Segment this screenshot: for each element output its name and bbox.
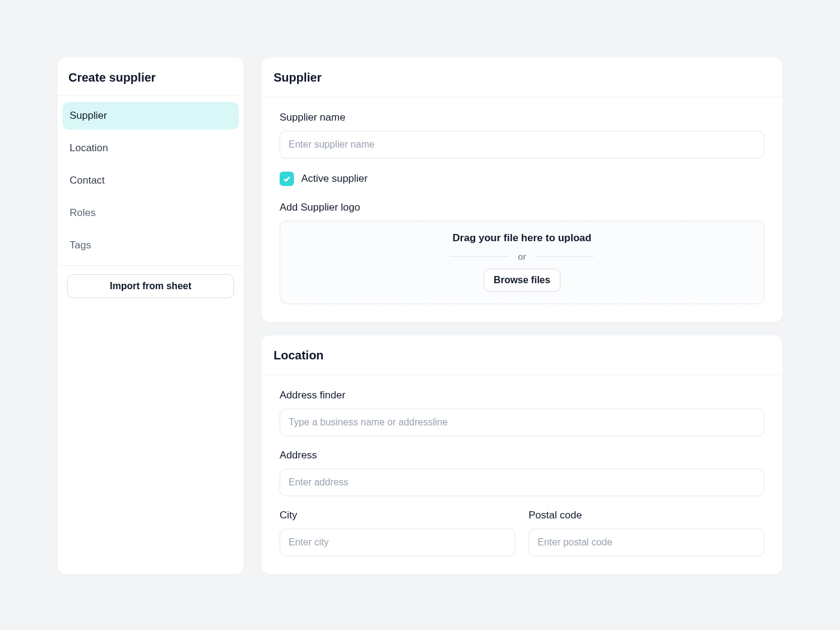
dropzone-or-text: or — [450, 251, 594, 262]
sidebar-item-supplier[interactable]: Supplier — [62, 102, 239, 130]
main-column: Supplier Supplier name Active supplier A… — [262, 58, 782, 574]
city-input[interactable] — [280, 529, 515, 556]
sidebar-nav: Supplier Location Contact Roles Tags — [58, 96, 244, 265]
supplier-name-input[interactable] — [280, 131, 764, 158]
import-from-sheet-button[interactable]: Import from sheet — [67, 274, 234, 298]
location-card: Location Address finder Address City — [262, 335, 782, 574]
page-root: Create supplier Supplier Location Contac… — [0, 0, 840, 574]
supplier-section-title: Supplier — [262, 58, 782, 97]
city-postal-row: City Postal code — [280, 509, 764, 556]
supplier-section-body: Supplier name Active supplier Add Suppli… — [262, 97, 782, 322]
location-section-body: Address finder Address City Postal code — [262, 375, 782, 574]
sidebar-item-location[interactable]: Location — [62, 134, 239, 162]
supplier-name-label: Supplier name — [280, 112, 764, 124]
postal-label: Postal code — [529, 509, 764, 521]
address-finder-field: Address finder — [280, 389, 764, 436]
sidebar-item-roles[interactable]: Roles — [62, 199, 239, 227]
sidebar-card: Create supplier Supplier Location Contac… — [58, 58, 244, 574]
city-label: City — [280, 509, 515, 521]
import-button-wrap: Import from sheet — [58, 266, 244, 307]
postal-field: Postal code — [529, 509, 764, 556]
sidebar-item-contact[interactable]: Contact — [62, 167, 239, 194]
address-finder-input[interactable] — [280, 409, 764, 436]
file-dropzone[interactable]: Drag your file here to upload or Browse … — [280, 221, 764, 304]
supplier-card: Supplier Supplier name Active supplier A… — [262, 58, 782, 322]
location-section-title: Location — [262, 335, 782, 374]
address-input[interactable] — [280, 469, 764, 496]
active-supplier-row: Active supplier — [280, 172, 764, 186]
address-label: Address — [280, 449, 764, 461]
check-icon — [283, 175, 291, 183]
sidebar-title: Create supplier — [58, 58, 244, 95]
address-field: Address — [280, 449, 764, 496]
supplier-name-field: Supplier name — [280, 112, 764, 158]
dropzone-drag-text: Drag your file here to upload — [292, 232, 752, 244]
address-finder-label: Address finder — [280, 389, 764, 401]
active-supplier-label: Active supplier — [301, 173, 368, 185]
active-supplier-checkbox[interactable] — [280, 172, 294, 186]
city-field: City — [280, 509, 515, 556]
postal-input[interactable] — [529, 529, 764, 556]
sidebar-item-tags[interactable]: Tags — [62, 232, 239, 259]
browse-files-button[interactable]: Browse files — [484, 269, 560, 292]
supplier-logo-label: Add Supplier logo — [280, 202, 764, 214]
